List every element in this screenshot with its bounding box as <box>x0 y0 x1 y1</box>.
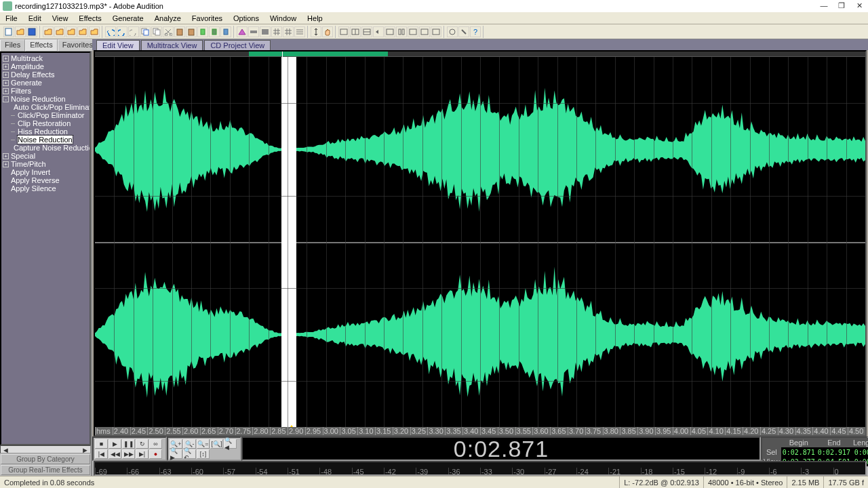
go-start-button[interactable]: |◀ <box>95 449 108 459</box>
tree-label[interactable]: Amplitude <box>11 62 44 70</box>
help-icon[interactable]: ? <box>470 26 481 37</box>
tree-item[interactable]: Apply Silence <box>1 184 90 192</box>
tree-label[interactable]: Apply Silence <box>11 184 56 192</box>
overview-bar[interactable] <box>95 52 865 57</box>
open-file-icon[interactable] <box>15 26 26 37</box>
zoom-sel-icon[interactable]: [🔍] <box>210 439 223 449</box>
paste-mix-icon[interactable] <box>186 26 197 37</box>
loop-toggle-button[interactable]: ∞ <box>149 439 162 449</box>
folder-arrow-icon[interactable] <box>89 26 100 37</box>
tree-item[interactable]: Auto Click/Pop Eliminator <box>1 103 90 111</box>
expand-toggle-icon[interactable]: + <box>3 88 9 94</box>
save-file-icon[interactable] <box>26 26 37 37</box>
tree-label[interactable]: Multitrack <box>11 54 43 62</box>
expand-toggle-icon[interactable]: + <box>3 56 9 62</box>
menu-file[interactable]: File <box>0 12 23 24</box>
panel2-icon[interactable] <box>350 26 361 37</box>
sel-length[interactable]: 0:00. <box>852 447 868 457</box>
maximize-button[interactable]: ❐ <box>837 1 846 11</box>
sel-begin[interactable]: 0:02.871 <box>781 447 816 457</box>
effects-tree[interactable]: +Multitrack+Amplitude+Delay Effects+Gene… <box>0 52 91 445</box>
paste-icon[interactable] <box>174 26 185 37</box>
tree-item[interactable]: +Multitrack <box>1 54 90 62</box>
left-tab-files[interactable]: Files <box>0 39 25 52</box>
panel4-icon[interactable] <box>373 26 384 37</box>
panel9-icon[interactable] <box>431 26 441 37</box>
overview-viewport[interactable] <box>249 52 387 56</box>
copy-icon[interactable] <box>151 26 162 37</box>
menu-window[interactable]: Window <box>264 12 302 24</box>
selection-tool-icon[interactable] <box>311 26 321 37</box>
settings-icon[interactable] <box>447 26 458 37</box>
tree-label[interactable]: Click/Pop Eliminator <box>18 111 84 119</box>
close-button[interactable]: ✕ <box>854 1 864 11</box>
zoom-prev-icon[interactable]: 🔍↶ <box>183 449 196 459</box>
open-multi-icon[interactable] <box>43 26 54 37</box>
menu-options[interactable]: Options <box>228 12 264 24</box>
stop-button[interactable]: ■ <box>95 439 108 449</box>
level-meter[interactable]: -69-66-63-60-57-54-51-48-45-42-39-36-33-… <box>94 461 867 476</box>
delete-icon[interactable] <box>209 26 220 37</box>
trim-icon[interactable] <box>197 26 208 37</box>
tree-label[interactable]: Capture Noise Reduction Profile <box>14 144 91 152</box>
tree-label[interactable]: Time/Pitch <box>11 160 46 168</box>
redo-all-icon[interactable] <box>128 26 139 37</box>
zoom-full-icon[interactable]: 🔍= <box>197 439 210 449</box>
tree-item[interactable]: Hiss Reduction <box>1 127 90 136</box>
tree-label[interactable]: Hiss Reduction <box>18 127 68 136</box>
tree-label[interactable]: Noise Reduction <box>11 95 66 103</box>
playhead-cursor[interactable] <box>281 57 296 427</box>
menu-effects[interactable]: Effects <box>73 12 106 24</box>
open-append-icon[interactable] <box>54 26 65 37</box>
tree-item[interactable]: Apply Invert <box>1 168 90 176</box>
panel7-icon[interactable] <box>408 26 418 37</box>
menu-view[interactable]: View <box>47 12 74 24</box>
tree-label[interactable]: Auto Click/Pop Eliminator <box>14 103 91 111</box>
zoom-vert-icon[interactable]: [↕] <box>197 449 210 459</box>
convert-icon[interactable] <box>237 26 248 37</box>
tree-label[interactable]: Noise Reduction <box>18 136 73 144</box>
tree-item[interactable]: +Special <box>1 152 90 160</box>
folder-star-icon[interactable] <box>77 26 88 37</box>
minimize-button[interactable]: — <box>819 1 829 11</box>
go-end-button[interactable]: ▶| <box>136 449 149 459</box>
expand-toggle-icon[interactable]: + <box>3 80 9 86</box>
view-tab-multitrack-view[interactable]: Multitrack View <box>141 40 203 50</box>
view-tab-edit-view[interactable]: Edit View <box>96 40 140 50</box>
tree-item[interactable]: Noise Reduction <box>1 136 90 144</box>
menu-edit[interactable]: Edit <box>23 12 47 24</box>
tree-label[interactable]: Delay Effects <box>11 70 55 79</box>
tree-item[interactable]: Capture Noise Reduction Profile <box>1 144 90 152</box>
spectral-v-icon[interactable] <box>260 26 271 37</box>
cut-icon[interactable] <box>163 26 174 37</box>
tree-item[interactable]: Click/Pop Eliminator <box>1 111 90 119</box>
forward-button[interactable]: ▶▶ <box>122 449 135 459</box>
spectral-h-icon[interactable] <box>248 26 259 37</box>
tree-label[interactable]: Clip Restoration <box>18 119 71 127</box>
menu-generate[interactable]: Generate <box>107 12 149 24</box>
menu-analyze[interactable]: Analyze <box>149 12 186 24</box>
play-button[interactable]: ▶ <box>108 439 121 449</box>
expand-toggle-icon[interactable]: + <box>3 64 9 70</box>
tree-item[interactable]: +Amplitude <box>1 62 90 70</box>
tree-label[interactable]: Apply Reverse <box>11 176 60 184</box>
marker-icon[interactable] <box>220 26 231 37</box>
panel8-icon[interactable] <box>419 26 430 37</box>
waveform-display[interactable]: hms2.402.452.502.552.602.652.702.752.802… <box>94 50 867 436</box>
tree-label[interactable]: Filters <box>11 87 31 95</box>
group-button[interactable]: Group Real-Time Effects <box>1 465 90 475</box>
panel6-icon[interactable] <box>396 26 407 37</box>
menu-help[interactable]: Help <box>302 12 328 24</box>
zoom-in-left-icon[interactable]: 🔍◀ <box>224 439 237 449</box>
sel-end[interactable]: 0:02.917 <box>816 447 852 457</box>
tree-label[interactable]: Generate <box>11 79 42 87</box>
zoom-in-right-icon[interactable]: 🔍▶ <box>170 449 182 459</box>
grid-icon[interactable] <box>271 26 282 37</box>
tree-scrollbar[interactable]: ◄► <box>0 445 91 453</box>
wrench-icon[interactable] <box>458 26 469 37</box>
tree-label[interactable]: Apply Invert <box>11 168 50 176</box>
tree-label[interactable]: Special <box>11 152 35 160</box>
waveform-canvas[interactable] <box>95 57 865 427</box>
group-button[interactable]: Group By Category <box>1 454 90 464</box>
panel1-icon[interactable] <box>338 26 349 37</box>
